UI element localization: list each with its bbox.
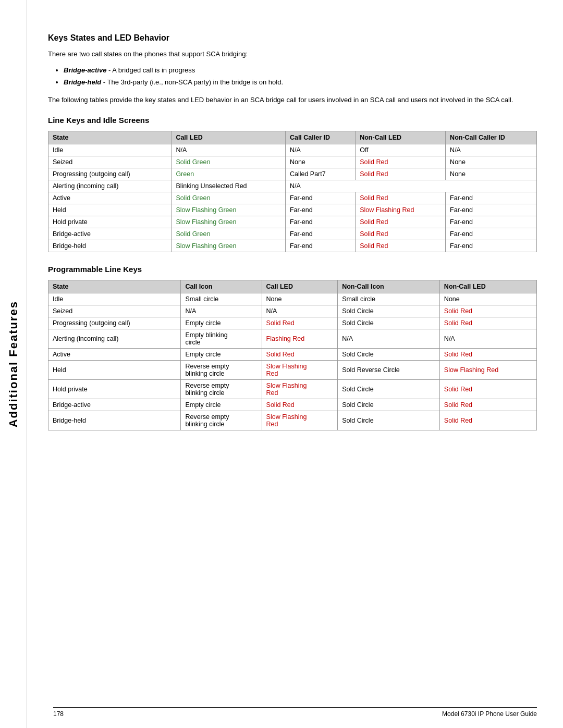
cell-state: Bridge-active xyxy=(48,399,181,411)
table-row: Bridge-heldReverse emptyblinking circleS… xyxy=(48,411,537,430)
cell-state: Bridge-held xyxy=(48,411,181,430)
th-non-call-icon: Non-Call Icon xyxy=(338,280,440,293)
cell-non-call-icon: Small circle xyxy=(338,293,440,305)
cell-state: Held xyxy=(48,204,172,216)
cell-call-led: Solid Green xyxy=(172,192,286,204)
cell-non-call-caller-id: Far-end xyxy=(446,228,537,240)
cell-caller-id-span: N/A xyxy=(285,180,536,192)
table1-title: Line Keys and Idle Screens xyxy=(48,116,537,125)
cell-state: Seized xyxy=(48,156,172,168)
cell-call-led: None xyxy=(262,293,338,305)
cell-call-icon: Empty circle xyxy=(181,349,262,361)
th-non-call-led: Non-Call LED xyxy=(356,131,446,144)
bullet-item-2: Bridge-held - The 3rd-party (i.e., non-S… xyxy=(64,76,537,88)
bridge-held-label: Bridge-held xyxy=(64,78,101,86)
cell-call-icon: N/A xyxy=(181,305,262,317)
cell-call-caller-id: None xyxy=(285,156,355,168)
cell-non-call-caller-id: N/A xyxy=(446,144,537,156)
cell-state: Active xyxy=(48,349,181,361)
cell-non-call-led: Off xyxy=(356,144,446,156)
table1-header-row: State Call LED Call Caller ID Non-Call L… xyxy=(48,131,537,144)
table-row: Progressing (outgoing call)GreenCalled P… xyxy=(48,168,537,180)
cell-non-call-icon: N/A xyxy=(338,329,440,349)
table-row: Hold privateSlow Flashing GreenFar-endSo… xyxy=(48,216,537,228)
table-row: IdleSmall circleNoneSmall circleNone xyxy=(48,293,537,305)
cell-call-icon: Small circle xyxy=(181,293,262,305)
cell-call-led: Slow Flashing Green xyxy=(172,204,286,216)
cell-non-call-icon: Sold Reverse Circle xyxy=(338,361,440,380)
cell-non-call-icon: Sold Circle xyxy=(338,380,440,399)
cell-state: Progressing (outgoing call) xyxy=(48,168,172,180)
table-row: Progressing (outgoing call)Empty circleS… xyxy=(48,317,537,329)
cell-state: Alerting (incoming call) xyxy=(48,180,172,192)
page-number: 178 xyxy=(53,710,64,718)
cell-non-call-led: Solid Red xyxy=(439,399,536,411)
cell-call-icon: Empty blinkingcircle xyxy=(181,329,262,349)
cell-call-led: Solid Red xyxy=(262,317,338,329)
cell-non-call-caller-id: None xyxy=(446,168,537,180)
cell-non-call-led: Solid Red xyxy=(439,380,536,399)
cell-call-icon: Empty circle xyxy=(181,399,262,411)
cell-call-icon: Reverse emptyblinking circle xyxy=(181,361,262,380)
th-call-led-2: Call LED xyxy=(262,280,338,293)
cell-non-call-led: Solid Red xyxy=(356,192,446,204)
cell-call-caller-id: Far-end xyxy=(285,216,355,228)
cell-call-caller-id: Far-end xyxy=(285,240,355,252)
page-footer: 178 Model 6730i IP Phone User Guide xyxy=(53,707,537,718)
main-content: Keys States and LED Behavior There are t… xyxy=(27,0,563,728)
cell-call-caller-id: N/A xyxy=(285,144,355,156)
cell-non-call-led: Solid Red xyxy=(356,240,446,252)
cell-call-led: N/A xyxy=(172,144,286,156)
cell-call-led: Flashing Red xyxy=(262,329,338,349)
cell-state: Idle xyxy=(48,293,181,305)
cell-call-led: Slow Flashing Green xyxy=(172,216,286,228)
cell-call-icon: Reverse emptyblinking circle xyxy=(181,411,262,430)
cell-call-caller-id: Called Part7 xyxy=(285,168,355,180)
cell-non-call-icon: Sold Circle xyxy=(338,399,440,411)
cell-call-led: Solid Green xyxy=(172,228,286,240)
th-call-caller-id: Call Caller ID xyxy=(285,131,355,144)
cell-call-caller-id: Far-end xyxy=(285,204,355,216)
table-row: Alerting (incoming call)Empty blinkingci… xyxy=(48,329,537,349)
cell-non-call-caller-id: Far-end xyxy=(446,240,537,252)
table-row: Hold privateReverse emptyblinking circle… xyxy=(48,380,537,399)
cell-call-led: Slow FlashingRed xyxy=(262,411,338,430)
cell-state: Active xyxy=(48,192,172,204)
table-programmable-keys: State Call Icon Call LED Non-Call Icon N… xyxy=(48,280,537,430)
table-row: Bridge-activeEmpty circleSolid RedSold C… xyxy=(48,399,537,411)
table-line-keys: State Call LED Call Caller ID Non-Call L… xyxy=(48,131,537,252)
cell-non-call-led: Solid Red xyxy=(356,228,446,240)
cell-state: Bridge-active xyxy=(48,228,172,240)
cell-call-led: Solid Green xyxy=(172,156,286,168)
cell-state: Progressing (outgoing call) xyxy=(48,317,181,329)
table-row: IdleN/AN/AOffN/A xyxy=(48,144,537,156)
cell-state: Idle xyxy=(48,144,172,156)
cell-state: Seized xyxy=(48,305,181,317)
cell-non-call-led: N/A xyxy=(439,329,536,349)
table-row: SeizedN/AN/ASold CircleSolid Red xyxy=(48,305,537,317)
cell-non-call-led: Solid Red xyxy=(356,168,446,180)
cell-call-caller-id: Far-end xyxy=(285,228,355,240)
cell-state: Alerting (incoming call) xyxy=(48,329,181,349)
section-title: Keys States and LED Behavior xyxy=(48,33,537,43)
cell-call-caller-id: Far-end xyxy=(285,192,355,204)
table-row: Bridge-activeSolid GreenFar-endSolid Red… xyxy=(48,228,537,240)
th-call-icon: Call Icon xyxy=(181,280,262,293)
cell-call-led: Slow Flashing Green xyxy=(172,240,286,252)
cell-non-call-led: Solid Red xyxy=(356,216,446,228)
sidebar-text: Additional Features xyxy=(7,301,20,427)
cell-non-call-led: Slow Flashing Red xyxy=(356,204,446,216)
cell-non-call-led: Solid Red xyxy=(439,411,536,430)
table2-title: Programmable Line Keys xyxy=(48,265,537,274)
table-row: Alerting (incoming call)Blinking Unselec… xyxy=(48,180,537,192)
cell-non-call-led: Solid Red xyxy=(439,317,536,329)
cell-call-led: Slow FlashingRed xyxy=(262,380,338,399)
cell-state: Held xyxy=(48,361,181,380)
cell-non-call-icon: Sold Circle xyxy=(338,305,440,317)
th-state-2: State xyxy=(48,280,181,293)
table2-header-row: State Call Icon Call LED Non-Call Icon N… xyxy=(48,280,537,293)
bullet-list: Bridge-active - A bridged call is in pro… xyxy=(64,64,537,89)
cell-non-call-led: Solid Red xyxy=(439,305,536,317)
sidebar-label: Additional Features xyxy=(0,0,27,728)
cell-state: Bridge-held xyxy=(48,240,172,252)
